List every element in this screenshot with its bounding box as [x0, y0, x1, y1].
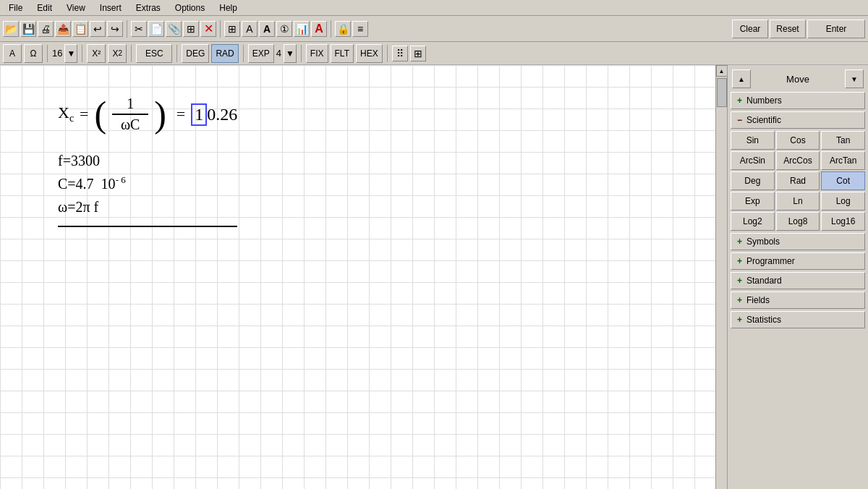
var-c-text: C=4.7 10- 6 [58, 172, 126, 195]
variable-definitions: f=3300 C=4.7 10- 6 ω=2π f [58, 149, 237, 227]
rad-button[interactable]: RAD [211, 44, 238, 63]
separator2 [220, 20, 221, 38]
standard-section-button[interactable]: + Standard [731, 272, 865, 289]
clear-button[interactable]: Clear [732, 20, 768, 38]
scroll-thumb[interactable] [717, 78, 727, 107]
arccos-button[interactable]: ArcCos [776, 151, 820, 170]
grid-icon[interactable]: ⊞ [183, 21, 199, 37]
exp-button[interactable]: EXP [248, 44, 274, 63]
text-icon[interactable]: A [242, 21, 258, 37]
menu-insert[interactable]: Insert [97, 3, 124, 13]
numbers-section-button[interactable]: + Numbers [731, 92, 865, 109]
x-squared-button[interactable]: X² [87, 44, 106, 63]
enter-button[interactable]: Enter [807, 20, 865, 38]
save-icon[interactable]: 💾 [20, 21, 36, 37]
scientific-label: Scientific [746, 115, 781, 125]
alpha-button[interactable]: A [3, 44, 22, 63]
programmer-label: Programmer [746, 256, 795, 266]
flt-button[interactable]: FLT [331, 44, 354, 63]
rad-trig-button[interactable]: Rad [776, 171, 820, 190]
dots-icon[interactable]: ⠿ [392, 46, 408, 61]
scrollbar[interactable]: ▲ [715, 65, 727, 489]
omega-button[interactable]: Ω [24, 44, 43, 63]
undo-icon[interactable]: ↩ [90, 21, 106, 37]
chart-icon[interactable]: 📊 [294, 21, 310, 37]
log16-button[interactable]: Log16 [821, 212, 865, 231]
matrix-icon[interactable]: ⊞ [224, 21, 240, 37]
x-subscript-button[interactable]: X2 [108, 44, 127, 63]
log2-button[interactable]: Log2 [731, 212, 775, 231]
fraction-numerator: 1 [112, 94, 148, 115]
statistics-plus-icon: + [737, 315, 742, 325]
result-cursor-box: 1 [191, 103, 207, 126]
sep-t2-6 [301, 45, 302, 62]
sep-t2-3 [131, 45, 132, 62]
menu-view[interactable]: View [64, 3, 88, 13]
deg-trig-button[interactable]: Deg [731, 171, 775, 190]
fields-section-button[interactable]: + Fields [731, 292, 865, 309]
ln-button[interactable]: Ln [776, 192, 820, 211]
tan-button[interactable]: Tan [821, 131, 865, 150]
numbering-icon[interactable]: ① [276, 21, 292, 37]
scroll-up-button[interactable]: ▲ [716, 65, 728, 77]
scientific-minus-icon: − [737, 115, 742, 125]
open-icon[interactable]: 📂 [3, 21, 19, 37]
lock-icon[interactable]: 🔒 [335, 21, 351, 37]
cot-button[interactable]: Cot [821, 171, 865, 190]
exp-dropdown[interactable]: ▼ [284, 44, 297, 63]
menu-extras[interactable]: Extras [133, 3, 163, 13]
statistics-section-button[interactable]: + Statistics [731, 311, 865, 328]
exp-trig-button[interactable]: Exp [731, 192, 775, 211]
paste-icon[interactable]: 📎 [166, 21, 182, 37]
fraction-denominator: ωC [114, 115, 148, 135]
log-button[interactable]: Log [821, 192, 865, 211]
move-down-button[interactable]: ▼ [845, 69, 864, 88]
fix-button[interactable]: FIX [306, 44, 328, 63]
main-formula: Xc = ( 1 ωC ) = 10.26 [58, 94, 237, 135]
move-label: Move [754, 74, 842, 85]
font-size-dropdown[interactable]: ▼ [64, 44, 77, 63]
cut-icon[interactable]: ✂ [131, 21, 147, 37]
redo-icon[interactable]: ↪ [107, 21, 123, 37]
esc-button[interactable]: ESC [136, 44, 172, 63]
menu-edit[interactable]: Edit [34, 3, 55, 13]
bold-text-icon[interactable]: A [259, 21, 275, 37]
scientific-section-button[interactable]: − Scientific [731, 111, 865, 129]
menu-help[interactable]: Help [216, 3, 240, 13]
symbols-section-button[interactable]: + Symbols [731, 233, 865, 250]
letter-a-icon[interactable]: A [311, 21, 327, 37]
trig-grid: Sin Cos Tan ArcSin ArcCos ArcTan Deg Rad… [731, 131, 865, 231]
menu-file[interactable]: File [6, 3, 25, 13]
separator3 [331, 20, 331, 38]
cos-button[interactable]: Cos [776, 131, 820, 150]
var-c: C=4.7 10- 6 [58, 172, 237, 195]
programmer-section-button[interactable]: + Programmer [731, 252, 865, 270]
toolbar1: 📂 💾 🖨 📤 📋 ↩ ↪ ✂ 📄 📎 ⊞ ✕ ⊞ A A ① 📊 A 🔒 ≡ … [0, 16, 868, 42]
deg-button[interactable]: DEG [182, 44, 209, 63]
canvas-area[interactable]: Xc = ( 1 ωC ) = 10.26 f=3300 [0, 65, 715, 489]
export-icon[interactable]: 📤 [55, 21, 71, 37]
sep-t2-4 [176, 45, 177, 62]
move-up-button[interactable]: ▲ [732, 69, 751, 88]
delete-icon[interactable]: ✕ [200, 21, 216, 37]
lines-icon[interactable]: ≡ [352, 21, 368, 37]
arcsin-button[interactable]: ArcSin [731, 151, 775, 170]
table-icon[interactable]: 📋 [72, 21, 88, 37]
sep-t2-5 [243, 45, 244, 62]
menu-options[interactable]: Options [172, 3, 208, 13]
log8-button[interactable]: Log8 [776, 212, 820, 231]
arctan-button[interactable]: ArcTan [821, 151, 865, 170]
equals-sign2: = [176, 105, 185, 124]
reset-button[interactable]: Reset [770, 20, 806, 38]
print-icon[interactable]: 🖨 [38, 21, 54, 37]
programmer-plus-icon: + [737, 256, 742, 266]
copy-icon[interactable]: 📄 [148, 21, 164, 37]
sep-t2-7 [387, 45, 388, 62]
sin-button[interactable]: Sin [731, 131, 775, 150]
font-size-value: 16 [52, 48, 62, 59]
right-paren: ) [154, 96, 166, 132]
hex-button[interactable]: HEX [356, 44, 383, 63]
grid2-icon[interactable]: ⊞ [410, 46, 426, 61]
var-f: f=3300 [58, 149, 237, 172]
result-display: 10.26 [191, 103, 237, 126]
